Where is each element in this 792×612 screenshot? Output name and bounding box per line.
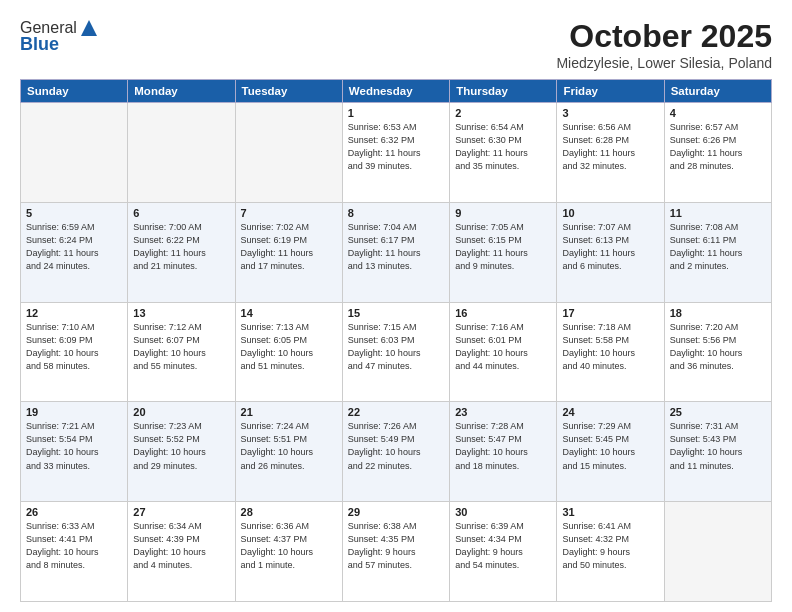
day-number: 22 — [348, 406, 444, 418]
day-number: 8 — [348, 207, 444, 219]
logo: General Blue — [20, 18, 99, 55]
calendar-cell: 27Sunrise: 6:34 AM Sunset: 4:39 PM Dayli… — [128, 502, 235, 602]
day-info: Sunrise: 7:18 AM Sunset: 5:58 PM Dayligh… — [562, 321, 658, 373]
day-info: Sunrise: 7:05 AM Sunset: 6:15 PM Dayligh… — [455, 221, 551, 273]
day-info: Sunrise: 6:36 AM Sunset: 4:37 PM Dayligh… — [241, 520, 337, 572]
day-info: Sunrise: 7:21 AM Sunset: 5:54 PM Dayligh… — [26, 420, 122, 472]
calendar-cell: 13Sunrise: 7:12 AM Sunset: 6:07 PM Dayli… — [128, 302, 235, 402]
day-info: Sunrise: 6:56 AM Sunset: 6:28 PM Dayligh… — [562, 121, 658, 173]
weekday-header-tuesday: Tuesday — [235, 80, 342, 103]
logo-blue-text: Blue — [20, 34, 59, 55]
svg-marker-0 — [81, 20, 97, 36]
calendar-cell: 25Sunrise: 7:31 AM Sunset: 5:43 PM Dayli… — [664, 402, 771, 502]
day-number: 4 — [670, 107, 766, 119]
day-number: 28 — [241, 506, 337, 518]
day-info: Sunrise: 7:31 AM Sunset: 5:43 PM Dayligh… — [670, 420, 766, 472]
weekday-header-sunday: Sunday — [21, 80, 128, 103]
calendar-cell: 26Sunrise: 6:33 AM Sunset: 4:41 PM Dayli… — [21, 502, 128, 602]
day-number: 19 — [26, 406, 122, 418]
day-info: Sunrise: 6:59 AM Sunset: 6:24 PM Dayligh… — [26, 221, 122, 273]
day-info: Sunrise: 7:20 AM Sunset: 5:56 PM Dayligh… — [670, 321, 766, 373]
calendar-week-row: 12Sunrise: 7:10 AM Sunset: 6:09 PM Dayli… — [21, 302, 772, 402]
day-number: 14 — [241, 307, 337, 319]
calendar-cell: 28Sunrise: 6:36 AM Sunset: 4:37 PM Dayli… — [235, 502, 342, 602]
calendar-cell: 15Sunrise: 7:15 AM Sunset: 6:03 PM Dayli… — [342, 302, 449, 402]
day-number: 24 — [562, 406, 658, 418]
calendar-cell: 7Sunrise: 7:02 AM Sunset: 6:19 PM Daylig… — [235, 202, 342, 302]
calendar-cell: 8Sunrise: 7:04 AM Sunset: 6:17 PM Daylig… — [342, 202, 449, 302]
calendar-cell: 23Sunrise: 7:28 AM Sunset: 5:47 PM Dayli… — [450, 402, 557, 502]
day-number: 18 — [670, 307, 766, 319]
day-info: Sunrise: 6:39 AM Sunset: 4:34 PM Dayligh… — [455, 520, 551, 572]
day-number: 30 — [455, 506, 551, 518]
day-info: Sunrise: 7:26 AM Sunset: 5:49 PM Dayligh… — [348, 420, 444, 472]
title-block: October 2025 Miedzylesie, Lower Silesia,… — [556, 18, 772, 71]
calendar-cell: 17Sunrise: 7:18 AM Sunset: 5:58 PM Dayli… — [557, 302, 664, 402]
location: Miedzylesie, Lower Silesia, Poland — [556, 55, 772, 71]
day-number: 11 — [670, 207, 766, 219]
calendar-page: General Blue October 2025 Miedzylesie, L… — [0, 0, 792, 612]
day-number: 6 — [133, 207, 229, 219]
weekday-header-thursday: Thursday — [450, 80, 557, 103]
weekday-header-wednesday: Wednesday — [342, 80, 449, 103]
header: General Blue October 2025 Miedzylesie, L… — [20, 18, 772, 71]
day-info: Sunrise: 7:13 AM Sunset: 6:05 PM Dayligh… — [241, 321, 337, 373]
day-info: Sunrise: 6:38 AM Sunset: 4:35 PM Dayligh… — [348, 520, 444, 572]
day-info: Sunrise: 7:08 AM Sunset: 6:11 PM Dayligh… — [670, 221, 766, 273]
day-number: 31 — [562, 506, 658, 518]
day-number: 15 — [348, 307, 444, 319]
calendar-week-row: 1Sunrise: 6:53 AM Sunset: 6:32 PM Daylig… — [21, 103, 772, 203]
month-title: October 2025 — [556, 18, 772, 55]
calendar-cell: 10Sunrise: 7:07 AM Sunset: 6:13 PM Dayli… — [557, 202, 664, 302]
day-number: 7 — [241, 207, 337, 219]
calendar-cell: 18Sunrise: 7:20 AM Sunset: 5:56 PM Dayli… — [664, 302, 771, 402]
calendar-cell — [21, 103, 128, 203]
weekday-header-saturday: Saturday — [664, 80, 771, 103]
weekday-header-row: SundayMondayTuesdayWednesdayThursdayFrid… — [21, 80, 772, 103]
calendar-week-row: 19Sunrise: 7:21 AM Sunset: 5:54 PM Dayli… — [21, 402, 772, 502]
day-number: 26 — [26, 506, 122, 518]
calendar-cell: 12Sunrise: 7:10 AM Sunset: 6:09 PM Dayli… — [21, 302, 128, 402]
day-number: 13 — [133, 307, 229, 319]
day-info: Sunrise: 7:16 AM Sunset: 6:01 PM Dayligh… — [455, 321, 551, 373]
day-number: 17 — [562, 307, 658, 319]
day-number: 27 — [133, 506, 229, 518]
day-number: 23 — [455, 406, 551, 418]
day-info: Sunrise: 7:23 AM Sunset: 5:52 PM Dayligh… — [133, 420, 229, 472]
day-info: Sunrise: 7:12 AM Sunset: 6:07 PM Dayligh… — [133, 321, 229, 373]
calendar-cell: 5Sunrise: 6:59 AM Sunset: 6:24 PM Daylig… — [21, 202, 128, 302]
calendar-cell: 16Sunrise: 7:16 AM Sunset: 6:01 PM Dayli… — [450, 302, 557, 402]
calendar-week-row: 26Sunrise: 6:33 AM Sunset: 4:41 PM Dayli… — [21, 502, 772, 602]
day-number: 25 — [670, 406, 766, 418]
calendar-cell: 31Sunrise: 6:41 AM Sunset: 4:32 PM Dayli… — [557, 502, 664, 602]
calendar-cell — [664, 502, 771, 602]
day-info: Sunrise: 6:53 AM Sunset: 6:32 PM Dayligh… — [348, 121, 444, 173]
calendar-cell: 29Sunrise: 6:38 AM Sunset: 4:35 PM Dayli… — [342, 502, 449, 602]
day-number: 9 — [455, 207, 551, 219]
day-number: 20 — [133, 406, 229, 418]
calendar-cell: 1Sunrise: 6:53 AM Sunset: 6:32 PM Daylig… — [342, 103, 449, 203]
day-info: Sunrise: 7:02 AM Sunset: 6:19 PM Dayligh… — [241, 221, 337, 273]
day-info: Sunrise: 7:00 AM Sunset: 6:22 PM Dayligh… — [133, 221, 229, 273]
day-info: Sunrise: 7:24 AM Sunset: 5:51 PM Dayligh… — [241, 420, 337, 472]
calendar-cell: 22Sunrise: 7:26 AM Sunset: 5:49 PM Dayli… — [342, 402, 449, 502]
calendar-cell — [235, 103, 342, 203]
calendar-cell: 3Sunrise: 6:56 AM Sunset: 6:28 PM Daylig… — [557, 103, 664, 203]
day-info: Sunrise: 7:15 AM Sunset: 6:03 PM Dayligh… — [348, 321, 444, 373]
day-info: Sunrise: 7:28 AM Sunset: 5:47 PM Dayligh… — [455, 420, 551, 472]
weekday-header-friday: Friday — [557, 80, 664, 103]
calendar-cell: 21Sunrise: 7:24 AM Sunset: 5:51 PM Dayli… — [235, 402, 342, 502]
calendar-table: SundayMondayTuesdayWednesdayThursdayFrid… — [20, 79, 772, 602]
day-number: 21 — [241, 406, 337, 418]
day-info: Sunrise: 6:34 AM Sunset: 4:39 PM Dayligh… — [133, 520, 229, 572]
day-number: 1 — [348, 107, 444, 119]
day-info: Sunrise: 6:54 AM Sunset: 6:30 PM Dayligh… — [455, 121, 551, 173]
calendar-cell: 14Sunrise: 7:13 AM Sunset: 6:05 PM Dayli… — [235, 302, 342, 402]
day-info: Sunrise: 7:10 AM Sunset: 6:09 PM Dayligh… — [26, 321, 122, 373]
logo-icon — [79, 18, 99, 38]
day-number: 10 — [562, 207, 658, 219]
calendar-cell: 2Sunrise: 6:54 AM Sunset: 6:30 PM Daylig… — [450, 103, 557, 203]
day-number: 29 — [348, 506, 444, 518]
calendar-cell: 24Sunrise: 7:29 AM Sunset: 5:45 PM Dayli… — [557, 402, 664, 502]
day-number: 12 — [26, 307, 122, 319]
